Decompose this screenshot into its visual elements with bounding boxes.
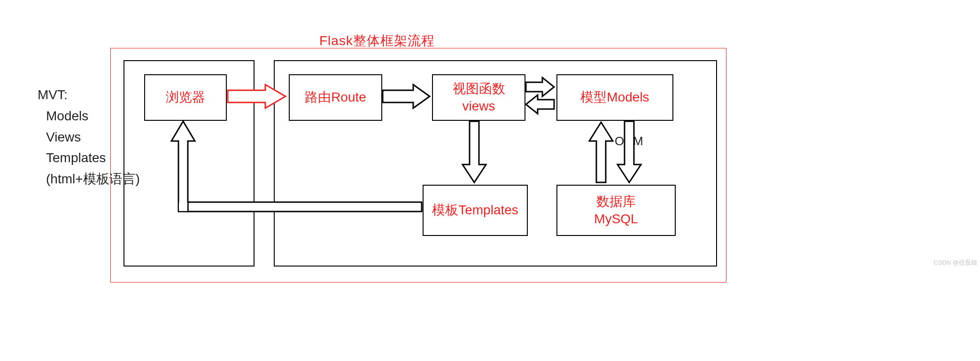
mvt-heading: MVT: [38,85,140,106]
node-views: 视图函数 views [432,74,525,121]
node-db-l1: 数据库 [596,193,636,210]
node-views-l2: views [462,98,495,115]
node-browser: 浏览器 [144,74,227,121]
node-route-label: 路由Route [305,89,366,106]
diagram-canvas: Flask整体框架流程 浏览器 路由Route 视图函数 views 模型Mod… [0,0,980,361]
mvt-views: Views [38,127,140,148]
mvt-note: (html+模板语言) [38,169,140,190]
orm-label: ORM [615,134,643,149]
mvt-legend: MVT: Models Views Templates (html+模板语言) [38,85,140,190]
node-views-l1: 视图函数 [453,80,505,97]
mvt-models: Models [38,106,140,127]
node-browser-label: 浏览器 [166,89,205,106]
mvt-templates: Templates [38,148,140,169]
node-database: 数据库 MySQL [556,185,676,236]
diagram-title: Flask整体框架流程 [319,32,435,50]
node-templates: 模板Templates [423,185,528,236]
node-route: 路由Route [289,74,382,121]
node-db-l2: MySQL [594,211,638,228]
node-models: 模型Models [556,74,673,121]
watermark: CSDN @任磊煌 [934,259,977,267]
node-templates-label: 模板Templates [432,202,518,219]
node-models-label: 模型Models [580,89,649,106]
